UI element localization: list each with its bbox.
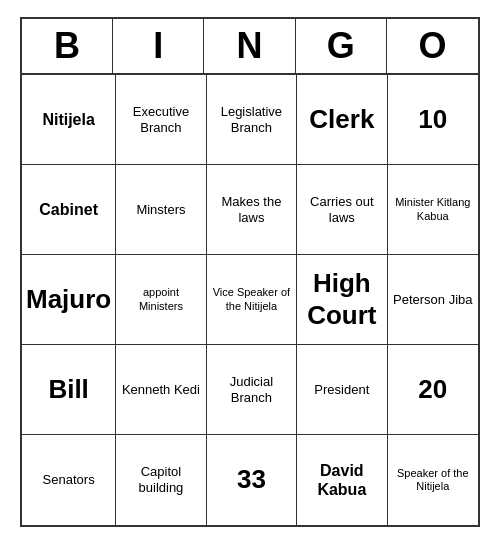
bingo-cell: Carries out laws: [297, 165, 387, 255]
bingo-card: BINGO NitijelaExecutive BranchLegislativ…: [20, 17, 480, 527]
cell-text: Minsters: [136, 202, 185, 218]
cell-text: Kenneth Kedi: [122, 382, 200, 398]
bingo-cell: Capitol building: [116, 435, 206, 525]
cell-text: Cabinet: [39, 200, 98, 219]
bingo-cell: 10: [388, 75, 478, 165]
cell-text: Makes the laws: [211, 194, 292, 225]
bingo-cell: Cabinet: [22, 165, 116, 255]
bingo-cell: David Kabua: [297, 435, 387, 525]
cell-text: 20: [418, 374, 447, 405]
cell-text: Vice Speaker of the Nitijela: [211, 286, 292, 312]
header-letter: G: [296, 19, 387, 73]
cell-text: Legislative Branch: [211, 104, 292, 135]
cell-text: Minister Kitlang Kabua: [392, 196, 474, 222]
bingo-cell: Kenneth Kedi: [116, 345, 206, 435]
bingo-cell: Nitijela: [22, 75, 116, 165]
cell-text: Majuro: [26, 284, 111, 315]
cell-text: Clerk: [309, 104, 374, 135]
bingo-cell: 20: [388, 345, 478, 435]
bingo-cell: President: [297, 345, 387, 435]
cell-text: Bill: [48, 374, 88, 405]
cell-text: 33: [237, 464, 266, 495]
cell-text: 10: [418, 104, 447, 135]
bingo-cell: Executive Branch: [116, 75, 206, 165]
cell-text: Speaker of the Nitijela: [392, 467, 474, 493]
bingo-cell: Speaker of the Nitijela: [388, 435, 478, 525]
cell-text: Senators: [43, 472, 95, 488]
bingo-cell: Senators: [22, 435, 116, 525]
cell-text: Capitol building: [120, 464, 201, 495]
bingo-grid: NitijelaExecutive BranchLegislative Bran…: [22, 75, 478, 525]
cell-text: appoint Ministers: [120, 286, 201, 312]
cell-text: Nitijela: [42, 110, 94, 129]
bingo-cell: Vice Speaker of the Nitijela: [207, 255, 297, 345]
cell-text: President: [314, 382, 369, 398]
bingo-cell: Minister Kitlang Kabua: [388, 165, 478, 255]
bingo-cell: Minsters: [116, 165, 206, 255]
cell-text: Carries out laws: [301, 194, 382, 225]
bingo-cell: Clerk: [297, 75, 387, 165]
header-letter: N: [204, 19, 295, 73]
bingo-cell: Judicial Branch: [207, 345, 297, 435]
cell-text: David Kabua: [301, 461, 382, 499]
bingo-cell: Makes the laws: [207, 165, 297, 255]
bingo-header: BINGO: [22, 19, 478, 75]
bingo-cell: Legislative Branch: [207, 75, 297, 165]
cell-text: High Court: [301, 268, 382, 330]
header-letter: I: [113, 19, 204, 73]
header-letter: O: [387, 19, 478, 73]
header-letter: B: [22, 19, 113, 73]
bingo-cell: Peterson Jiba: [388, 255, 478, 345]
bingo-cell: appoint Ministers: [116, 255, 206, 345]
cell-text: Peterson Jiba: [393, 292, 473, 308]
cell-text: Judicial Branch: [211, 374, 292, 405]
bingo-cell: Bill: [22, 345, 116, 435]
cell-text: Executive Branch: [120, 104, 201, 135]
bingo-cell: 33: [207, 435, 297, 525]
bingo-cell: High Court: [297, 255, 387, 345]
bingo-cell: Majuro: [22, 255, 116, 345]
